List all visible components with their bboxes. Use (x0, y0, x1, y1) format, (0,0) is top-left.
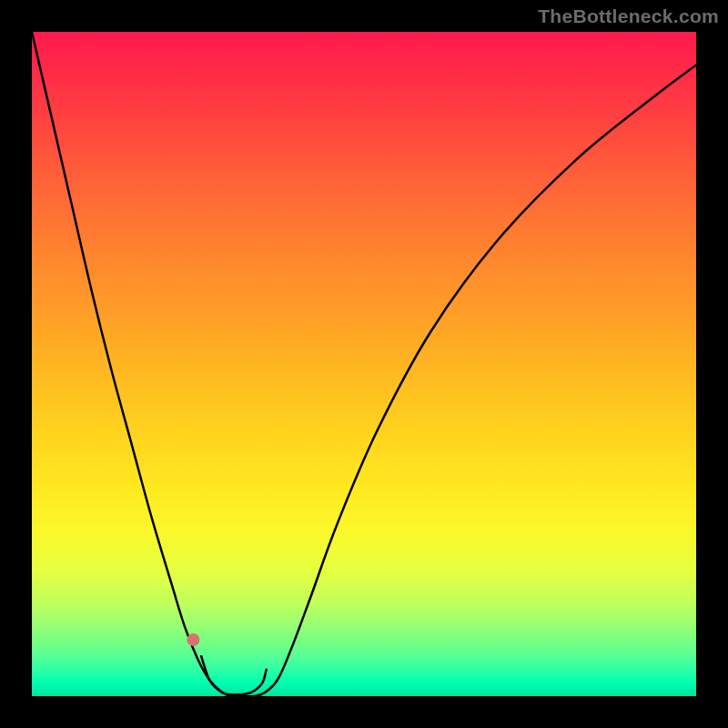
highlight-region (201, 656, 267, 694)
chart-frame: TheBottleneck.com (0, 0, 728, 728)
highlight-dot (187, 633, 199, 646)
plot-area (32, 32, 696, 696)
bottleneck-curve (32, 32, 696, 696)
watermark-text: TheBottleneck.com (538, 5, 719, 27)
chart-svg (32, 32, 696, 696)
